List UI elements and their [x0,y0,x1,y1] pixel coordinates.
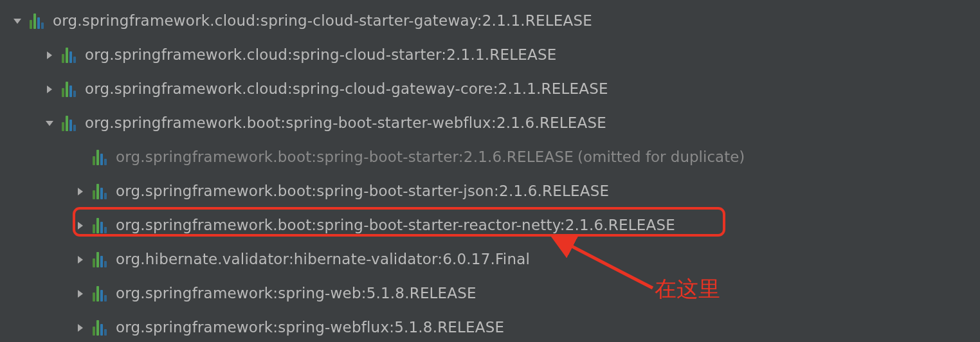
tree-row-highlighted[interactable]: org.springframework.boot:spring-boot-sta… [0,208,980,242]
dependency-suffix: (omitted for duplicate) [577,150,745,165]
tree-row[interactable]: org.springframework.cloud:spring-cloud-g… [0,72,980,106]
dependency-label: org.springframework.boot:spring-boot-sta… [116,184,609,199]
library-icon [93,286,107,302]
tree-row[interactable]: org.springframework.cloud:spring-cloud-s… [0,4,980,38]
triangle-right-icon[interactable] [41,50,58,60]
triangle-right-icon[interactable] [41,84,58,94]
dependency-label: org.springframework.cloud:spring-cloud-g… [85,82,608,96]
tree-row[interactable]: org.springframework.boot:spring-boot-sta… [0,174,980,208]
library-icon [93,320,107,336]
library-icon [62,82,76,97]
triangle-right-icon[interactable] [72,255,89,265]
tree-row[interactable]: org.springframework.boot:spring-boot-sta… [0,140,980,174]
triangle-right-icon[interactable] [72,221,89,231]
triangle-right-icon[interactable] [72,289,89,299]
dependency-tree[interactable]: org.springframework.cloud:spring-cloud-s… [0,0,980,342]
dependency-label: org.springframework.boot:spring-boot-sta… [116,218,675,233]
tree-row[interactable]: org.springframework.boot:spring-boot-sta… [0,106,980,140]
triangle-right-icon[interactable] [72,323,89,333]
dependency-label: org.springframework.boot:spring-boot-sta… [85,116,606,130]
library-icon [62,116,76,131]
library-icon [30,14,44,29]
library-icon [93,150,107,165]
dependency-label: org.springframework:spring-webflux:5.1.8… [116,320,504,335]
dependency-label: org.springframework.cloud:spring-cloud-s… [53,14,592,28]
tree-row[interactable]: org.hibernate.validator:hibernate-valida… [0,242,980,276]
dependency-label: org.hibernate.validator:hibernate-valida… [116,252,530,267]
library-icon [93,218,107,233]
dependency-label: org.springframework:spring-web:5.1.8.REL… [116,286,476,301]
triangle-down-icon[interactable] [9,16,26,26]
dependency-label: org.springframework.boot:spring-boot-sta… [116,150,574,165]
tree-row[interactable]: org.springframework.cloud:spring-cloud-s… [0,38,980,72]
triangle-down-icon[interactable] [41,118,58,129]
tree-row[interactable]: org.springframework:spring-webflux:5.1.8… [0,310,980,342]
dependency-label: org.springframework.cloud:spring-cloud-s… [85,48,556,62]
tree-row[interactable]: org.springframework:spring-web:5.1.8.REL… [0,276,980,310]
triangle-right-icon[interactable] [72,186,89,197]
library-icon [93,184,107,199]
library-icon [62,48,76,63]
library-icon [93,252,107,267]
